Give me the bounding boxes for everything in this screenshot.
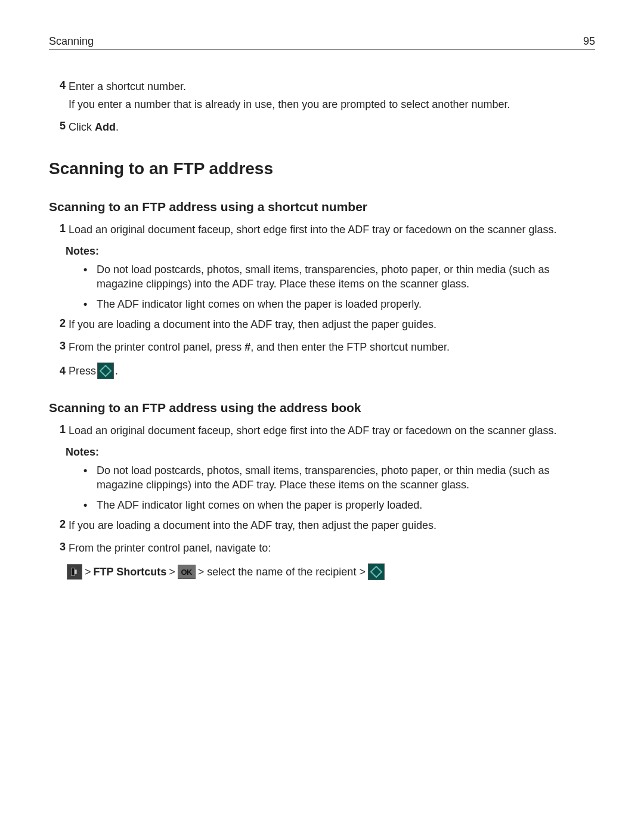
svg-marker-0 — [100, 366, 111, 376]
svg-rect-2 — [75, 569, 77, 574]
home-icon — [67, 564, 82, 580]
step-4-line2: If you enter a number that is already in… — [69, 97, 595, 112]
page: Scanning 95 4 Enter a shortcut number. I… — [0, 0, 644, 833]
step-body: From the printer control panel, navigate… — [69, 541, 595, 555]
step-5-suffix: . — [116, 121, 119, 133]
svg-rect-1 — [72, 568, 75, 576]
step-body: Load an original document faceup, short … — [69, 423, 595, 438]
step-3: 3 From the printer control panel, press … — [49, 340, 595, 354]
notes-list: Do not load postcards, photos, small ite… — [83, 262, 595, 311]
notes-list: Do not load postcards, photos, small ite… — [83, 463, 595, 512]
step-2: 2 If you are loading a document into the… — [49, 518, 595, 532]
subsection-heading-addressbook: Scanning to an FTP address using the add… — [49, 401, 595, 415]
step-number: 4 — [49, 79, 66, 92]
step-1-text: Load an original document faceup, short … — [69, 423, 595, 438]
page-number: 95 — [583, 35, 595, 48]
step-1: 1 Load an original document faceup, shor… — [49, 423, 595, 438]
intro-steps: 4 Enter a shortcut number. If you enter … — [49, 79, 595, 134]
step-2-text: If you are loading a document into the A… — [69, 518, 595, 532]
step-3-text: From the printer control panel, navigate… — [69, 541, 595, 555]
ok-button-icon: OK — [178, 565, 196, 579]
step-2: 2 If you are loading a document into the… — [49, 317, 595, 332]
notes-label: Notes: — [66, 245, 595, 258]
addressbook-steps-cont: 2 If you are loading a document into the… — [49, 518, 595, 555]
svg-marker-3 — [371, 566, 382, 577]
section-heading: Scanning to an FTP address — [49, 159, 595, 178]
step-4: 4 Press . — [49, 363, 595, 379]
step-4-line1: Enter a shortcut number. — [69, 79, 595, 94]
section-name: Scanning — [49, 35, 94, 48]
nav-tail: > select the name of the recipient > — [198, 566, 366, 578]
shortcut-steps: 1 Load an original document faceup, shor… — [49, 222, 595, 237]
note-item: The ADF indicator light comes on when th… — [83, 498, 595, 512]
ftp-shortcuts-label: FTP Shortcuts — [94, 566, 167, 578]
hash-key: # — [244, 341, 250, 353]
notes-label: Notes: — [66, 446, 595, 459]
separator: > — [85, 566, 91, 578]
step-5: 5 Click Add. — [49, 120, 595, 134]
step-number: 2 — [49, 317, 66, 330]
add-label: Add — [95, 121, 116, 133]
step-number: 3 — [49, 340, 66, 352]
step-body: From the printer control panel, press #,… — [69, 340, 595, 354]
step-body: Enter a shortcut number. If you enter a … — [69, 79, 595, 112]
step-number: 5 — [49, 120, 66, 132]
step-3: 3 From the printer control panel, naviga… — [49, 541, 595, 555]
subsection-heading-shortcut: Scanning to an FTP address using a short… — [49, 200, 595, 214]
separator: > — [169, 566, 175, 578]
running-header: Scanning 95 — [49, 35, 595, 49]
step-body: Press . — [69, 363, 595, 379]
step-body: If you are loading a document into the A… — [69, 317, 595, 332]
step-number: 1 — [49, 222, 66, 235]
step-body: Load an original document faceup, short … — [69, 222, 595, 237]
step-1: 1 Load an original document faceup, shor… — [49, 222, 595, 237]
period: . — [115, 364, 118, 378]
step-number: 1 — [49, 423, 66, 436]
step-5-prefix: Click — [69, 121, 95, 133]
note-item: Do not load postcards, photos, small ite… — [83, 262, 595, 291]
step-number: 4 — [49, 365, 66, 377]
start-diamond-icon — [97, 363, 114, 379]
note-item: The ADF indicator light comes on when th… — [83, 297, 595, 311]
step-3-b: , and then enter the FTP shortcut number… — [250, 341, 450, 353]
step-1-text: Load an original document faceup, short … — [69, 222, 595, 237]
step-body: If you are loading a document into the A… — [69, 518, 595, 532]
nav-sequence: > FTP Shortcuts > OK > select the name o… — [67, 563, 595, 580]
press-label: Press — [69, 364, 96, 378]
step-3-a: From the printer control panel, press — [69, 341, 244, 353]
addressbook-steps: 1 Load an original document faceup, shor… — [49, 423, 595, 438]
shortcut-steps-cont: 2 If you are loading a document into the… — [49, 317, 595, 379]
note-item: Do not load postcards, photos, small ite… — [83, 463, 595, 492]
step-4: 4 Enter a shortcut number. If you enter … — [49, 79, 595, 112]
step-number: 2 — [49, 518, 66, 531]
step-body: Click Add. — [69, 120, 595, 134]
step-number: 3 — [49, 541, 66, 553]
start-diamond-icon — [368, 563, 385, 580]
step-2-text: If you are loading a document into the A… — [69, 317, 595, 332]
